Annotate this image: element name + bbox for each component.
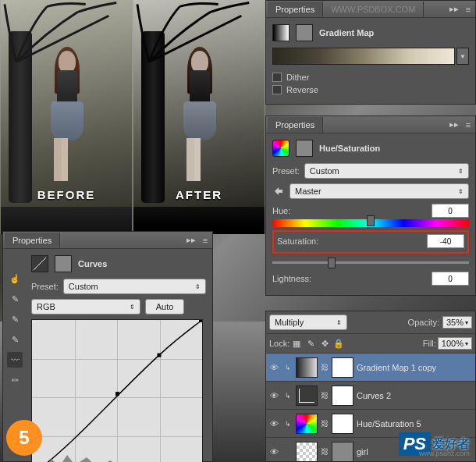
- panel-header: Properties ▸▸ ≡: [266, 116, 475, 133]
- chevron-updown-icon: ⇕: [458, 168, 464, 175]
- channel-value: Master: [295, 187, 321, 196]
- opacity-input[interactable]: 35%▾: [442, 316, 472, 329]
- fill-label: Fill:: [423, 339, 436, 348]
- properties-tab[interactable]: Properties: [268, 117, 323, 133]
- link-icon: ⛓: [321, 447, 329, 456]
- saturation-highlight: Saturation:: [272, 230, 469, 254]
- layer-thumbnail[interactable]: [296, 386, 318, 406]
- targeted-adjust-icon[interactable]: [272, 185, 285, 197]
- preset-select[interactable]: Custom ⇕: [304, 163, 469, 179]
- watermark-url: www.psahz.com: [419, 450, 470, 457]
- visibility-icon[interactable]: 👁: [268, 447, 280, 457]
- panel-title: Gradient Map: [319, 28, 374, 37]
- channel-select[interactable]: RGB ⇕: [31, 299, 140, 315]
- chevron-updown-icon: ⇕: [336, 319, 342, 326]
- svg-rect-2: [158, 354, 162, 357]
- panel-title: Hue/Saturation: [319, 144, 380, 153]
- auto-button[interactable]: Auto: [145, 299, 184, 315]
- panel-menu-icon[interactable]: ≡: [200, 235, 211, 246]
- visibility-icon[interactable]: 👁: [268, 363, 280, 372]
- saturation-slider[interactable]: [272, 261, 469, 264]
- panel-header: Properties ▸▸ ≡: [3, 232, 212, 249]
- svg-rect-1: [115, 392, 119, 396]
- gradient-dropdown[interactable]: ▼: [456, 48, 469, 65]
- lightness-input[interactable]: [432, 272, 469, 286]
- link-icon: ⛓: [321, 419, 329, 428]
- mask-icon[interactable]: [296, 140, 313, 157]
- clip-indicator-icon: ↳: [283, 392, 293, 400]
- collapse-icon[interactable]: ▸▸: [186, 235, 197, 246]
- chevron-updown-icon: ⇕: [458, 188, 464, 195]
- hue-saturation-panel: Properties ▸▸ ≡ Hue/Saturation Preset: C…: [265, 116, 476, 296]
- panel-title: Curves: [78, 259, 107, 268]
- preview-before: BEFORE: [1, 0, 132, 234]
- saturation-input[interactable]: [427, 234, 464, 248]
- draw-curve-icon[interactable]: ✏: [7, 372, 23, 388]
- mask-icon[interactable]: [55, 255, 72, 272]
- gradient-preview[interactable]: [272, 48, 455, 65]
- targeted-adjust-icon[interactable]: ☝: [7, 271, 23, 286]
- before-after-preview: BEFORE AFTER: [0, 0, 265, 234]
- chevron-updown-icon: ⇕: [195, 283, 201, 290]
- layer-name[interactable]: Curves 2: [357, 391, 391, 400]
- gradient-map-icon: [272, 24, 290, 41]
- sample-black-icon[interactable]: ✎: [7, 291, 23, 307]
- lock-all-icon[interactable]: 🔒: [333, 338, 344, 349]
- curve-line: [32, 320, 202, 462]
- preset-value: Custom: [69, 282, 98, 291]
- layer-thumbnail[interactable]: [296, 357, 318, 378]
- blend-mode-value: Multiply: [275, 318, 304, 327]
- after-label: AFTER: [133, 188, 265, 201]
- svg-rect-3: [199, 320, 202, 322]
- panel-menu-icon[interactable]: ≡: [463, 119, 474, 130]
- watermark: PS 爱好者 www.psahz.com: [399, 432, 470, 456]
- properties-tab[interactable]: Properties: [268, 2, 323, 17]
- lock-transparency-icon[interactable]: ▦: [291, 338, 302, 349]
- panel-menu-icon[interactable]: ≡: [463, 4, 474, 15]
- layer-name[interactable]: girl: [357, 447, 368, 457]
- opacity-label: Opacity:: [408, 318, 439, 327]
- histogram: [32, 451, 204, 462]
- layer-name[interactable]: Hue/Saturation 5: [357, 419, 421, 428]
- lock-position-icon[interactable]: ✥: [319, 338, 330, 349]
- panel-header: Properties WWW.PSDBOX.COM ▸▸ ≡: [266, 1, 475, 18]
- chevron-updown-icon: ⇕: [130, 304, 135, 311]
- reverse-label: Reverse: [286, 85, 318, 94]
- step-number-badge: 5: [6, 420, 42, 456]
- properties-tab[interactable]: Properties: [5, 233, 60, 248]
- layer-row[interactable]: 👁 ↳ ⛓ Gradient Map 1 copy: [266, 354, 475, 382]
- visibility-icon[interactable]: 👁: [268, 419, 280, 428]
- mask-icon[interactable]: [296, 24, 313, 41]
- collapse-icon[interactable]: ▸▸: [449, 119, 460, 130]
- lock-pixels-icon[interactable]: ✎: [305, 338, 316, 349]
- fill-input[interactable]: 100%▾: [438, 337, 472, 350]
- blend-mode-select[interactable]: Multiply ⇕: [269, 315, 347, 330]
- curves-graph[interactable]: [31, 319, 203, 462]
- layer-row[interactable]: 👁 ↳ ⛓ Curves 2: [266, 382, 475, 410]
- dither-checkbox[interactable]: [272, 73, 282, 82]
- channel-value: RGB: [37, 302, 55, 311]
- preset-select[interactable]: Custom ⇕: [63, 279, 206, 294]
- link-icon: ⛓: [321, 391, 329, 400]
- layer-mask-thumbnail[interactable]: [332, 442, 353, 462]
- layer-mask-thumbnail[interactable]: [332, 414, 353, 434]
- layer-mask-thumbnail[interactable]: [332, 386, 353, 406]
- preset-label: Preset:: [272, 166, 300, 176]
- edit-points-icon[interactable]: 〰: [7, 352, 23, 368]
- visibility-icon[interactable]: 👁: [268, 391, 280, 400]
- layer-thumbnail[interactable]: [296, 442, 318, 462]
- hue-slider[interactable]: [272, 219, 469, 227]
- hue-saturation-icon: [272, 140, 290, 157]
- sample-gray-icon[interactable]: ✎: [7, 311, 23, 327]
- hue-input[interactable]: [432, 204, 469, 218]
- layer-mask-thumbnail[interactable]: [332, 357, 353, 378]
- sample-white-icon[interactable]: ✎: [7, 332, 23, 347]
- channel-select[interactable]: Master ⇕: [290, 183, 469, 199]
- girl-figure: [43, 51, 90, 187]
- collapse-icon[interactable]: ▸▸: [449, 4, 460, 15]
- reverse-checkbox[interactable]: [272, 85, 282, 94]
- layer-name[interactable]: Gradient Map 1 copy: [357, 363, 436, 372]
- chevron-down-icon: ▼: [460, 53, 466, 60]
- layer-thumbnail[interactable]: [296, 414, 318, 434]
- curves-icon: [31, 255, 48, 272]
